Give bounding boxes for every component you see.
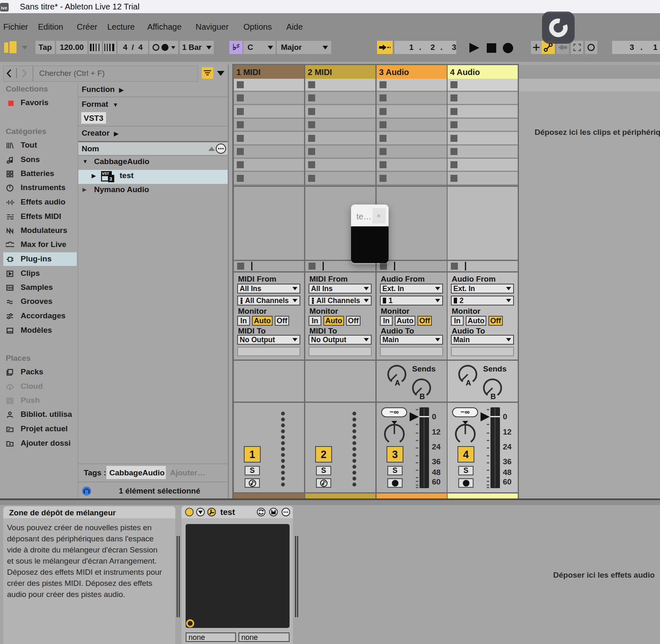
- svg-text:3: 3: [110, 176, 112, 181]
